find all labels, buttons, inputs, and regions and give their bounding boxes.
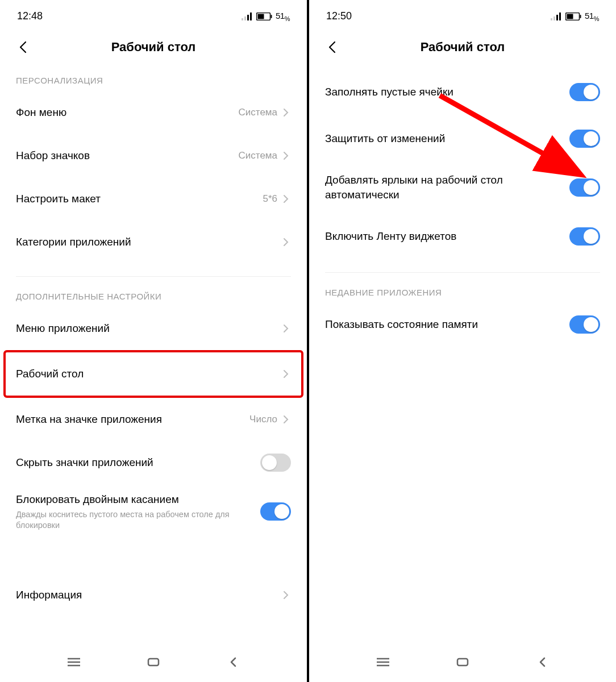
row-information[interactable]: Информация [16,573,291,617]
row-label: Меню приложений [16,321,281,336]
row-label: Рабочий стол [16,367,281,381]
nav-home-button[interactable] [142,651,165,673]
content-left: ПЕРСОНАЛИЗАЦИЯ Фон меню Система Набор зн… [0,69,307,648]
row-label: Защитить от изменений [325,131,569,146]
svg-rect-17 [580,15,581,18]
section-recent-header: НЕДАВНИЕ ПРИЛОЖЕНИЯ [325,278,600,303]
row-label: Информация [16,588,281,602]
row-fill-empty-cells[interactable]: Заполнять пустые ячейки [325,69,600,115]
row-layout[interactable]: Настроить макет 5*6 [16,177,291,221]
row-value: Система [239,150,277,161]
row-value: Система [239,107,277,118]
row-icon-pack[interactable]: Набор значков Система [16,134,291,177]
header: Рабочий стол [309,28,616,69]
nav-recents-button[interactable] [63,651,85,673]
chevron-right-icon [281,107,291,118]
svg-rect-21 [457,659,468,666]
toggle-fill-empty[interactable] [569,83,600,101]
row-menu-background[interactable]: Фон меню Система [16,91,291,134]
row-label: Заполнять пустые ячейки [325,85,569,99]
toggle-protect[interactable] [569,130,600,148]
signal-icon [242,13,253,20]
row-label: Фон меню [16,105,239,120]
status-right: 51% [551,11,599,22]
row-label: Настроить макет [16,192,263,206]
row-desktop[interactable]: Рабочий стол [16,352,291,396]
row-widget-feed[interactable]: Включить Ленту виджетов [325,213,600,260]
row-protect-changes[interactable]: Защитить от изменений [325,115,600,162]
svg-rect-12 [553,16,555,20]
nav-bar [0,648,307,682]
phone-right: 12:50 51% Рабочий стол Заполнять пустые … [309,0,616,682]
chevron-right-icon [281,323,291,334]
nav-back-button[interactable] [222,651,244,673]
chevron-right-icon [281,151,291,161]
row-label: Включить Ленту виджетов [325,229,569,244]
row-icon-badge[interactable]: Метка на значке приложения Число [16,398,291,441]
svg-rect-6 [271,15,272,18]
toggle-lock-doubletap[interactable] [260,502,291,521]
section-additional-header: ДОПОЛНИТЕЛЬНЫЕ НАСТРОЙКИ [16,282,291,307]
svg-rect-10 [148,659,159,666]
content-right: Заполнять пустые ячейки Защитить от изме… [309,69,616,648]
svg-rect-14 [559,13,561,20]
status-right: 51% [242,11,290,22]
status-bar: 12:50 51% [309,0,616,28]
svg-rect-3 [250,13,252,20]
battery-icon [565,13,581,20]
status-time: 12:48 [17,10,43,22]
row-label: Категории приложений [16,235,281,249]
chevron-right-icon [281,237,291,247]
page-title: Рабочий стол [324,40,601,55]
phone-left: 12:48 51% Рабочий стол ПЕРСОНАЛИЗАЦИЯ Фо… [0,0,307,682]
status-time: 12:50 [326,10,352,22]
section-divider [16,276,291,277]
highlight-box: Рабочий стол [3,350,303,398]
row-auto-add-shortcuts[interactable]: Добавлять ярлыки на рабочий стол автомат… [325,162,600,213]
row-hide-app-icons[interactable]: Скрыть значки приложений [16,441,291,484]
toggle-auto-shortcuts[interactable] [569,178,600,197]
nav-recents-button[interactable] [372,651,394,673]
section-divider [325,272,600,273]
row-sublabel: Дважды коснитесь пустого места на рабоче… [16,509,260,531]
nav-bar [309,648,616,682]
row-lock-double-tap[interactable]: Блокировать двойным касанием Дважды косн… [16,484,291,539]
row-label: Добавлять ярлыки на рабочий стол автомат… [325,173,530,202]
section-personalization-header: ПЕРСОНАЛИЗАЦИЯ [16,69,291,91]
row-label: Метка на значке приложения [16,412,249,427]
svg-rect-13 [556,15,558,20]
signal-icon [551,13,562,20]
row-label: Блокировать двойным касанием [16,492,260,507]
battery-icon [256,13,272,20]
chevron-right-icon [281,194,291,204]
svg-rect-0 [242,18,243,20]
battery-percent: 51% [276,11,290,22]
page-title: Рабочий стол [15,40,292,55]
header: Рабочий стол [0,28,307,69]
toggle-widget-feed[interactable] [569,227,600,246]
nav-back-button[interactable] [531,651,553,673]
row-value: Число [249,414,277,425]
row-show-memory[interactable]: Показывать состояние памяти [325,303,600,346]
toggle-hide-icons[interactable] [260,454,291,472]
svg-rect-5 [258,14,264,19]
svg-rect-2 [247,15,249,20]
status-bar: 12:48 51% [0,0,307,28]
nav-home-button[interactable] [451,651,474,673]
chevron-right-icon [281,414,291,425]
svg-rect-16 [567,14,573,19]
row-label: Набор значков [16,148,239,163]
svg-rect-11 [551,18,552,20]
row-label: Скрыть значки приложений [16,455,260,470]
row-app-categories[interactable]: Категории приложений [16,221,291,264]
svg-rect-1 [244,16,246,20]
chevron-right-icon [281,590,291,600]
toggle-show-memory[interactable] [569,315,600,334]
row-value: 5*6 [263,193,277,205]
row-label: Показывать состояние памяти [325,317,569,332]
chevron-right-icon [281,369,291,379]
battery-percent: 51% [585,11,599,22]
row-app-menu[interactable]: Меню приложений [16,307,291,350]
